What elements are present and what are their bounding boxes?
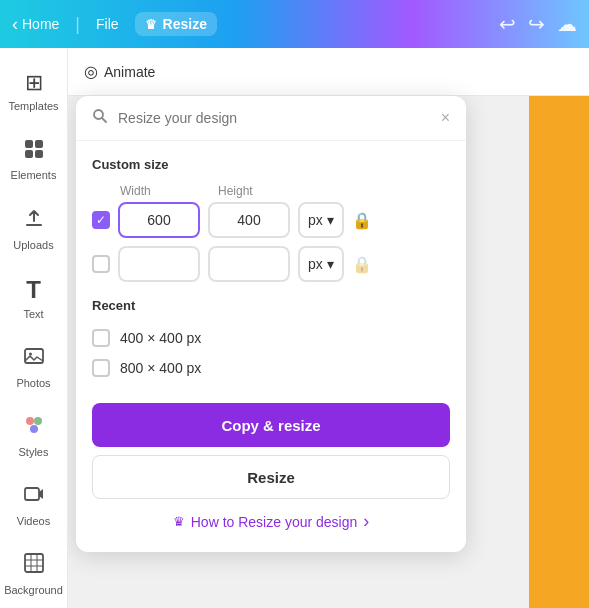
search-input[interactable] <box>118 110 431 126</box>
svg-point-8 <box>30 425 38 433</box>
resize-panel: × Custom size Width Height ✓ px ▾ <box>76 96 466 552</box>
sidebar-item-background[interactable]: Background <box>0 539 68 608</box>
row1-height-input[interactable] <box>208 202 290 238</box>
topbar-actions: ↩ ↪ ☁ <box>499 12 577 36</box>
svg-line-16 <box>102 118 106 122</box>
svg-rect-2 <box>25 150 33 158</box>
sidebar-item-uploads[interactable]: Uploads <box>0 194 68 263</box>
recent-checkbox-2[interactable] <box>92 359 110 377</box>
row2-unit-label: px <box>308 256 323 272</box>
file-menu[interactable]: File <box>96 16 119 32</box>
svg-rect-10 <box>25 554 43 572</box>
undo-button[interactable]: ↩ <box>499 12 516 36</box>
main-area: ⊞ Templates Elements Uploads T Text Phot… <box>0 48 589 608</box>
background-label: Background <box>4 584 63 596</box>
home-label: Home <box>22 16 59 32</box>
videos-label: Videos <box>17 515 50 527</box>
text-label: Text <box>23 308 43 320</box>
search-icon <box>92 108 108 128</box>
elements-icon <box>23 138 45 165</box>
sidebar-item-photos[interactable]: Photos <box>0 332 68 401</box>
crown-icon: ♛ <box>145 17 157 32</box>
svg-rect-4 <box>25 349 43 363</box>
canvas-yellow-strip <box>529 48 589 608</box>
animate-label: Animate <box>104 64 155 80</box>
how-to-text: How to Resize your design <box>191 514 358 530</box>
animate-circle-icon: ◎ <box>84 62 98 81</box>
resize-menu[interactable]: ♛ Resize <box>135 12 217 36</box>
how-to-link[interactable]: ♛ How to Resize your design › <box>92 499 450 536</box>
styles-label: Styles <box>19 446 49 458</box>
tab-strip: ◎ Animate <box>68 48 589 96</box>
resize-label: Resize <box>163 16 207 32</box>
content-area: ◎ Animate × Custom size Width Height <box>68 48 589 608</box>
recent-label: Recent <box>92 298 450 313</box>
text-icon: T <box>26 276 41 304</box>
svg-rect-0 <box>25 140 33 148</box>
row2-width-input[interactable] <box>118 246 200 282</box>
recent-item-1[interactable]: 400 × 400 px <box>92 323 450 353</box>
row1-unit-select[interactable]: px ▾ <box>298 202 344 238</box>
row2-unit-chevron: ▾ <box>327 256 334 272</box>
sidebar-item-elements[interactable]: Elements <box>0 125 68 194</box>
how-to-crown-icon: ♛ <box>173 514 185 529</box>
row2-unit-select[interactable]: px ▾ <box>298 246 344 282</box>
elements-label: Elements <box>11 169 57 181</box>
width-col-label: Width <box>120 184 202 198</box>
svg-rect-3 <box>35 150 43 158</box>
styles-icon <box>23 414 45 442</box>
sidebar-item-templates[interactable]: ⊞ Templates <box>0 56 68 125</box>
svg-point-7 <box>34 417 42 425</box>
tab-animate[interactable]: ◎ Animate <box>84 62 155 81</box>
sidebar-item-text[interactable]: T Text <box>0 263 68 332</box>
copy-resize-button[interactable]: Copy & resize <box>92 403 450 447</box>
sidebar: ⊞ Templates Elements Uploads T Text Phot… <box>0 48 68 608</box>
home-button[interactable]: ‹ Home <box>12 14 59 35</box>
column-labels: Width Height <box>120 184 450 198</box>
videos-icon <box>23 483 45 511</box>
templates-icon: ⊞ <box>25 70 43 96</box>
svg-rect-1 <box>35 140 43 148</box>
row1-lock-icon[interactable]: 🔒 <box>352 211 372 230</box>
separator: | <box>75 14 80 35</box>
size-row-2: px ▾ 🔒 <box>92 246 450 282</box>
search-bar: × <box>76 96 466 141</box>
sidebar-item-styles[interactable]: Styles <box>0 401 68 470</box>
recent-text-1: 400 × 400 px <box>120 330 201 346</box>
cloud-save-button[interactable]: ☁ <box>557 12 577 36</box>
row1-unit-chevron: ▾ <box>327 212 334 228</box>
photos-icon <box>23 345 45 373</box>
row2-checkbox[interactable] <box>92 255 110 273</box>
resize-button[interactable]: Resize <box>92 455 450 499</box>
row2-height-input[interactable] <box>208 246 290 282</box>
svg-rect-9 <box>25 488 39 500</box>
row1-width-input[interactable] <box>118 202 200 238</box>
size-row-1: ✓ px ▾ 🔒 <box>92 202 450 238</box>
row2-lock-icon[interactable]: 🔒 <box>352 255 372 274</box>
photos-label: Photos <box>16 377 50 389</box>
redo-button[interactable]: ↪ <box>528 12 545 36</box>
how-to-arrow: › <box>363 511 369 532</box>
recent-item-2[interactable]: 800 × 400 px <box>92 353 450 383</box>
height-col-label: Height <box>218 184 300 198</box>
recent-text-2: 800 × 400 px <box>120 360 201 376</box>
search-close-icon[interactable]: × <box>441 109 450 127</box>
templates-label: Templates <box>8 100 58 112</box>
uploads-icon <box>23 207 45 235</box>
sidebar-item-videos[interactable]: Videos <box>0 470 68 539</box>
back-icon: ‹ <box>12 14 18 35</box>
svg-point-6 <box>26 417 34 425</box>
uploads-label: Uploads <box>13 239 53 251</box>
background-icon <box>23 552 45 580</box>
custom-size-label: Custom size <box>92 157 450 172</box>
panel-body: Custom size Width Height ✓ px ▾ 🔒 <box>76 141 466 552</box>
row1-checkbox[interactable]: ✓ <box>92 211 110 229</box>
recent-checkbox-1[interactable] <box>92 329 110 347</box>
row1-unit-label: px <box>308 212 323 228</box>
svg-point-5 <box>29 352 32 355</box>
topbar: ‹ Home | File ♛ Resize ↩ ↪ ☁ <box>0 0 589 48</box>
